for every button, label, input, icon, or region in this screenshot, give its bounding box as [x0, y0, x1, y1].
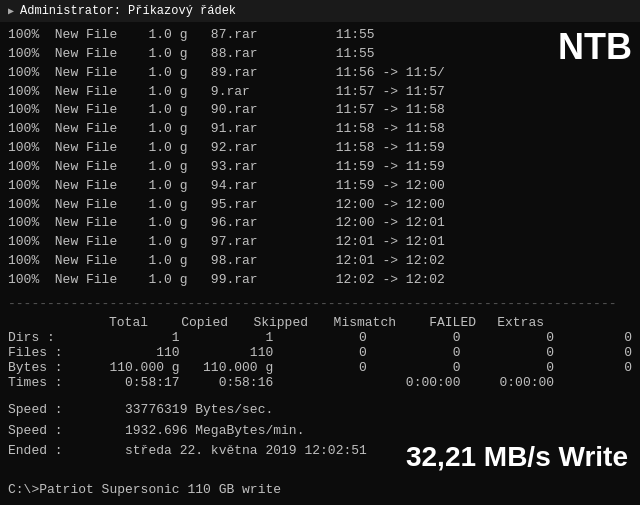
file-row: 100% New File 1.0 g 90.rar 11:57 -> 11:5…	[8, 101, 632, 120]
file-row: 100% New File 1.0 g 97.rar 12:01 -> 12:0…	[8, 233, 632, 252]
header-total: Total	[68, 315, 156, 330]
speed-row: Speed : 1932.696 MegaBytes/min.	[8, 421, 632, 442]
title-icon: ▶	[8, 5, 14, 17]
header-mismatch: Mismatch	[316, 315, 404, 330]
file-row: 100% New File 1.0 g 89.rar 11:56 -> 11:5…	[8, 64, 632, 83]
file-row: 100% New File 1.0 g 94.rar 11:59 -> 12:0…	[8, 177, 632, 196]
file-row: 100% New File 1.0 g 88.rar 11:55	[8, 45, 632, 64]
file-row: 100% New File 1.0 g 99.rar 12:02 -> 12:0…	[8, 271, 632, 290]
file-row: 100% New File 1.0 g 9.rar 11:57 -> 11:57	[8, 83, 632, 102]
speed-row: Speed : 33776319 Bytes/sec.	[8, 400, 632, 421]
ntb-badge: NTB	[558, 26, 632, 68]
file-row: 100% New File 1.0 g 95.rar 12:00 -> 12:0…	[8, 196, 632, 215]
file-row: 100% New File 1.0 g 87.rar 11:55	[8, 26, 632, 45]
header-copied: Copied	[156, 315, 236, 330]
stats-section: Total Copied Skipped Mismatch FAILED Ext…	[8, 315, 632, 390]
header-skipped: Skipped	[236, 315, 316, 330]
header-failed: FAILED	[404, 315, 484, 330]
file-row: 100% New File 1.0 g 98.rar 12:01 -> 12:0…	[8, 252, 632, 271]
stats-data-row: Times : 0:58:17 0:58:16 0:00:00 0:00:00	[8, 375, 632, 390]
file-row: 100% New File 1.0 g 91.rar 11:58 -> 11:5…	[8, 120, 632, 139]
title-bar: ▶ Administrator: Příkazový řádek	[0, 0, 640, 22]
file-row: 100% New File 1.0 g 93.rar 11:59 -> 11:5…	[8, 158, 632, 177]
stats-rows: Dirs : 1 1 0 0 0 0Files : 110 110 0 0 0 …	[8, 330, 632, 390]
file-list: 100% New File 1.0 g 87.rar 11:55100% New…	[8, 26, 632, 290]
divider: ----------------------------------------…	[8, 296, 632, 311]
stats-data-row: Dirs : 1 1 0 0 0 0	[8, 330, 632, 345]
stats-header-row: Total Copied Skipped Mismatch FAILED Ext…	[8, 315, 632, 330]
file-row: 100% New File 1.0 g 96.rar 12:00 -> 12:0…	[8, 214, 632, 233]
window-title: Administrator: Příkazový řádek	[20, 4, 236, 18]
stats-data-row: Bytes : 110.000 g 110.000 g 0 0 0 0	[8, 360, 632, 375]
stats-data-row: Files : 110 110 0 0 0 0	[8, 345, 632, 360]
header-extras: Extras	[484, 315, 544, 330]
main-area: NTB 100% New File 1.0 g 87.rar 11:55100%…	[0, 22, 640, 505]
bottom-prompt: C:\>Patriot Supersonic 110 GB write	[8, 482, 281, 497]
write-badge: 32,21 MB/s Write	[406, 441, 628, 473]
file-row: 100% New File 1.0 g 92.rar 11:58 -> 11:5…	[8, 139, 632, 158]
